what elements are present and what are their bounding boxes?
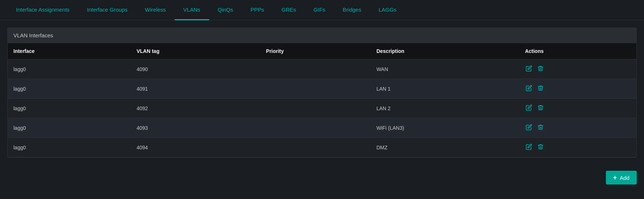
- cell-actions-2: [519, 99, 636, 118]
- plus-icon: +: [613, 174, 617, 181]
- table-row: lagg04091LAN 1: [8, 79, 636, 99]
- navigation-tabs: Interface AssignmentsInterface GroupsWir…: [0, 0, 644, 20]
- actions-cell-3: [525, 123, 631, 132]
- delete-button-1[interactable]: [537, 84, 545, 93]
- trash-icon: [537, 104, 544, 111]
- cell-interface-4: lagg0: [8, 138, 131, 157]
- col-header-priority: Priority: [260, 43, 371, 59]
- pencil-icon: [526, 65, 532, 72]
- trash-icon: [537, 144, 544, 150]
- cell-description-0: WAN: [371, 59, 519, 79]
- cell-vlan-tag-3: 4093: [131, 118, 260, 138]
- nav-tab-gifs[interactable]: GIFs: [305, 0, 334, 20]
- edit-button-0[interactable]: [525, 65, 533, 74]
- nav-tab-wireless[interactable]: Wireless: [136, 0, 175, 20]
- add-button[interactable]: + Add: [606, 171, 637, 185]
- col-header-actions: Actions: [519, 43, 636, 59]
- col-header-vlan_tag: VLAN tag: [131, 43, 260, 59]
- cell-interface-1: lagg0: [8, 79, 131, 99]
- cell-interface-0: lagg0: [8, 59, 131, 79]
- pencil-icon: [526, 144, 532, 150]
- cell-vlan-tag-1: 4091: [131, 79, 260, 99]
- edit-button-1[interactable]: [525, 84, 533, 93]
- nav-tab-vlans[interactable]: VLANs: [175, 0, 209, 20]
- nav-tab-qinqs[interactable]: QinQs: [209, 0, 242, 20]
- edit-button-4[interactable]: [525, 143, 533, 152]
- table-body: lagg04090WAN lagg04091LAN 1 lagg04092LAN…: [8, 59, 636, 157]
- vlan-interfaces-card: VLAN Interfaces InterfaceVLAN tagPriorit…: [7, 28, 637, 158]
- cell-description-4: DMZ: [371, 138, 519, 157]
- table-row: lagg04093WiFi (LAN3): [8, 118, 636, 138]
- cell-interface-3: lagg0: [8, 118, 131, 138]
- cell-actions-4: [519, 138, 636, 157]
- pencil-icon: [526, 104, 532, 111]
- vlan-table: InterfaceVLAN tagPriorityDescriptionActi…: [8, 43, 636, 157]
- nav-tab-interface-groups[interactable]: Interface Groups: [78, 0, 136, 20]
- pencil-icon: [526, 124, 532, 130]
- nav-tab-bridges[interactable]: Bridges: [334, 0, 370, 20]
- delete-button-4[interactable]: [537, 143, 545, 152]
- trash-icon: [537, 65, 544, 72]
- main-content: VLAN Interfaces InterfaceVLAN tagPriorit…: [0, 20, 644, 165]
- table-row: lagg04090WAN: [8, 59, 636, 79]
- cell-actions-1: [519, 79, 636, 99]
- trash-icon: [537, 124, 544, 130]
- delete-button-0[interactable]: [537, 65, 545, 74]
- cell-priority-1: [260, 79, 371, 99]
- cell-actions-3: [519, 118, 636, 138]
- actions-cell-0: [525, 65, 631, 74]
- cell-actions-0: [519, 59, 636, 79]
- nav-tab-ppps[interactable]: PPPs: [242, 0, 273, 20]
- nav-tab-gres[interactable]: GREs: [273, 0, 305, 20]
- card-title: VLAN Interfaces: [13, 32, 53, 38]
- cell-priority-0: [260, 59, 371, 79]
- trash-icon: [537, 85, 544, 91]
- nav-tab-laggs[interactable]: LAGGs: [370, 0, 405, 20]
- cell-vlan-tag-4: 4094: [131, 138, 260, 157]
- cell-interface-2: lagg0: [8, 99, 131, 118]
- col-header-description: Description: [371, 43, 519, 59]
- edit-button-2[interactable]: [525, 104, 533, 113]
- delete-button-3[interactable]: [537, 123, 545, 132]
- card-header: VLAN Interfaces: [8, 28, 636, 43]
- add-button-label: Add: [620, 175, 629, 181]
- table-row: lagg04094DMZ: [8, 138, 636, 157]
- cell-priority-2: [260, 99, 371, 118]
- cell-priority-4: [260, 138, 371, 157]
- cell-vlan-tag-0: 4090: [131, 59, 260, 79]
- cell-vlan-tag-2: 4092: [131, 99, 260, 118]
- table-header: InterfaceVLAN tagPriorityDescriptionActi…: [8, 43, 636, 59]
- table-header-row: InterfaceVLAN tagPriorityDescriptionActi…: [8, 43, 636, 59]
- actions-cell-4: [525, 143, 631, 152]
- cell-description-1: LAN 1: [371, 79, 519, 99]
- table-row: lagg04092LAN 2: [8, 99, 636, 118]
- pencil-icon: [526, 85, 532, 91]
- cell-priority-3: [260, 118, 371, 138]
- actions-cell-2: [525, 104, 631, 113]
- edit-button-3[interactable]: [525, 123, 533, 132]
- col-header-interface: Interface: [8, 43, 131, 59]
- bottom-bar: + Add: [0, 165, 644, 190]
- nav-tab-interface-assignments[interactable]: Interface Assignments: [7, 0, 78, 20]
- actions-cell-1: [525, 84, 631, 93]
- cell-description-3: WiFi (LAN3): [371, 118, 519, 138]
- delete-button-2[interactable]: [537, 104, 545, 113]
- cell-description-2: LAN 2: [371, 99, 519, 118]
